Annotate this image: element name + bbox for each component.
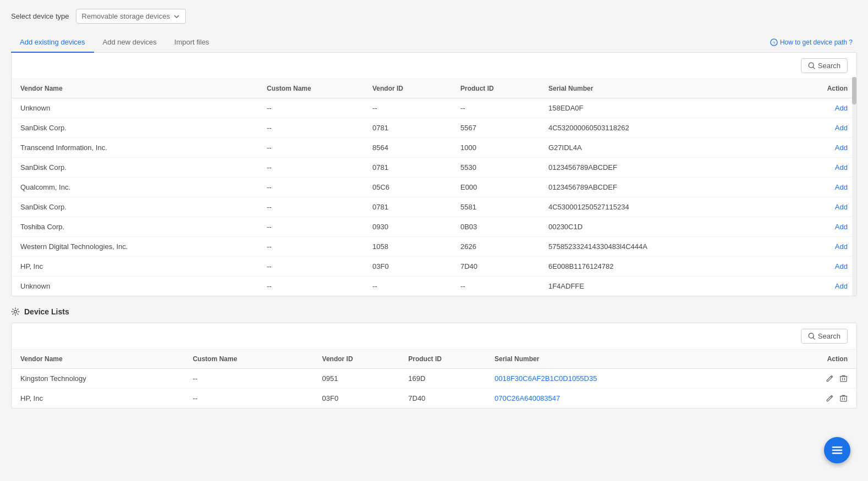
device-lists-table: Vendor Name Custom Name Vendor ID Produc… — [12, 350, 856, 408]
custom-name-cell: -- — [258, 277, 364, 296]
vendor-id-cell: 0930 — [364, 217, 452, 237]
table-row: SanDisk Corp. -- 0781 5581 4C53000125052… — [12, 197, 856, 217]
product-id-cell: 7D40 — [452, 257, 540, 277]
dl-col-serial-number: Serial Number — [486, 350, 788, 369]
custom-name-cell: -- — [258, 197, 364, 217]
serial-number-cell: 6E008B1176124782 — [540, 257, 786, 277]
device-lists-search-button[interactable]: Search — [801, 329, 848, 344]
product-id-cell: E000 — [452, 178, 540, 197]
action-cell: Add — [786, 178, 856, 197]
product-id-cell: 2626 — [452, 237, 540, 257]
vendor-name-cell: SanDisk Corp. — [12, 118, 258, 138]
dl-vendor-name-cell: Kingston Technology — [12, 369, 184, 389]
edit-icon[interactable] — [826, 374, 834, 383]
device-lists-title: Device Lists — [24, 307, 69, 316]
custom-name-cell: -- — [258, 178, 364, 197]
existing-devices-search-button[interactable]: Search — [801, 58, 848, 73]
col-custom-name: Custom Name — [258, 79, 364, 98]
product-id-cell: 5581 — [452, 197, 540, 217]
svg-text:?: ? — [773, 41, 776, 46]
scrollbar-thumb[interactable] — [852, 77, 856, 104]
device-type-select[interactable]: Removable storage devices — [76, 9, 186, 24]
col-vendor-id: Vendor ID — [364, 79, 452, 98]
existing-devices-toolbar: Search — [12, 53, 856, 79]
edit-icon[interactable] — [826, 394, 834, 402]
vendor-name-cell: Western Digital Technologies, Inc. — [12, 237, 258, 257]
add-button[interactable]: Add — [835, 282, 848, 290]
add-button[interactable]: Add — [835, 104, 848, 112]
serial-number-cell: 1F4ADFFE — [540, 277, 786, 296]
serial-number-cell: 0123456789ABCDEF — [540, 158, 786, 178]
vendor-name-cell: Transcend Information, Inc. — [12, 138, 258, 158]
serial-number-cell: G27IDL4A — [540, 138, 786, 158]
add-button[interactable]: Add — [835, 242, 848, 251]
add-button[interactable]: Add — [835, 143, 848, 152]
existing-devices-table: Vendor Name Custom Name Vendor ID Produc… — [12, 79, 856, 296]
dl-col-custom-name: Custom Name — [184, 350, 313, 369]
serial-number-cell: 00230C1D — [540, 217, 786, 237]
scrollbar-track[interactable] — [852, 77, 856, 296]
vendor-id-cell: -- — [364, 98, 452, 118]
dl-vendor-name-cell: HP, Inc — [12, 389, 184, 408]
product-id-cell: 1000 — [452, 138, 540, 158]
dl-action-cell — [788, 389, 856, 408]
custom-name-cell: -- — [258, 138, 364, 158]
custom-name-cell: -- — [258, 98, 364, 118]
search-icon — [808, 333, 815, 340]
vendor-name-cell: Unknown — [12, 98, 258, 118]
product-id-cell: -- — [452, 98, 540, 118]
table-row: SanDisk Corp. -- 0781 5530 0123456789ABC… — [12, 158, 856, 178]
delete-icon[interactable] — [839, 374, 848, 383]
dl-vendor-id-cell: 0951 — [314, 369, 400, 389]
action-cell: Add — [786, 98, 856, 118]
product-id-cell: 5530 — [452, 158, 540, 178]
action-cell: Add — [786, 277, 856, 296]
serial-number-cell: 158EDA0F — [540, 98, 786, 118]
dl-product-id-cell: 7D40 — [399, 389, 486, 408]
add-button[interactable]: Add — [835, 124, 848, 132]
tab-add-existing[interactable]: Add existing devices — [11, 32, 94, 53]
table-row: HP, Inc -- 03F0 7D40 6E008B1176124782 Ad… — [12, 257, 856, 277]
gear-icon — [11, 307, 20, 316]
table-row: Unknown -- -- -- 158EDA0F Add — [12, 98, 856, 118]
select-device-type-label: Select device type — [11, 12, 69, 20]
add-button[interactable]: Add — [835, 262, 848, 270]
action-cell: Add — [786, 257, 856, 277]
add-button[interactable]: Add — [835, 223, 848, 231]
action-cell: Add — [786, 118, 856, 138]
table-row: Transcend Information, Inc. -- 8564 1000… — [12, 138, 856, 158]
serial-number-cell: 575852332414330483l4C444A — [540, 237, 786, 257]
table-row: Western Digital Technologies, Inc. -- 10… — [12, 237, 856, 257]
existing-devices-panel: Search Vendor Name Custom Name Vendor ID… — [11, 53, 857, 296]
tabs-container: Add existing devices Add new devices Imp… — [11, 32, 218, 52]
product-id-cell: 0B03 — [452, 217, 540, 237]
vendor-name-cell: Unknown — [12, 277, 258, 296]
add-button[interactable]: Add — [835, 183, 848, 191]
how-to-label: How to get device path ? — [780, 38, 853, 46]
vendor-name-cell: SanDisk Corp. — [12, 197, 258, 217]
svg-point-4 — [14, 311, 17, 313]
table-row: SanDisk Corp. -- 0781 5567 4C53200006050… — [12, 118, 856, 138]
add-button[interactable]: Add — [835, 203, 848, 211]
col-action: Action — [786, 79, 856, 98]
tab-import-files[interactable]: Import files — [166, 32, 218, 53]
tab-add-new[interactable]: Add new devices — [94, 32, 166, 53]
dl-col-vendor-id: Vendor ID — [314, 350, 400, 369]
svg-rect-10 — [840, 396, 847, 401]
how-to-link[interactable]: ? How to get device path ? — [770, 38, 857, 46]
dl-serial-number-cell: 070C26A640083547 — [486, 389, 788, 408]
tabs-row: Add existing devices Add new devices Imp… — [11, 32, 857, 53]
help-icon: ? — [770, 38, 778, 46]
vendor-id-cell: 8564 — [364, 138, 452, 158]
vendor-name-cell: HP, Inc — [12, 257, 258, 277]
delete-icon[interactable] — [839, 394, 848, 402]
custom-name-cell: -- — [258, 217, 364, 237]
device-lists-search-label: Search — [818, 332, 840, 340]
dl-col-vendor-name: Vendor Name — [12, 350, 184, 369]
serial-number-cell: 0123456789ABCDEF — [540, 178, 786, 197]
vendor-name-cell: SanDisk Corp. — [12, 158, 258, 178]
custom-name-cell: -- — [258, 158, 364, 178]
dl-vendor-id-cell: 03F0 — [314, 389, 400, 408]
action-cell: Add — [786, 158, 856, 178]
add-button[interactable]: Add — [835, 163, 848, 172]
